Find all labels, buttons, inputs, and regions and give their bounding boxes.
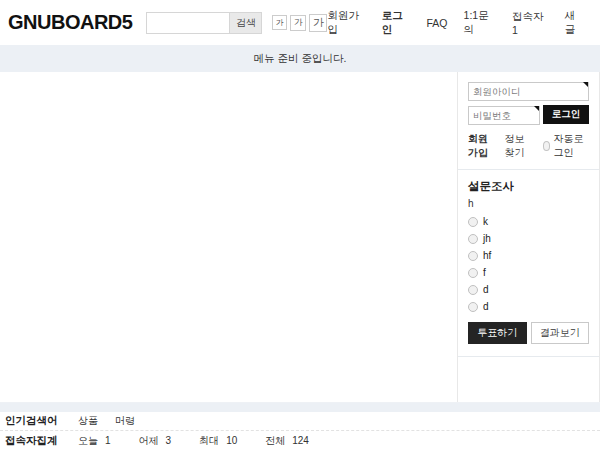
required-marker [534, 106, 539, 111]
radio-icon [468, 302, 478, 312]
poll-option[interactable]: jh [468, 233, 589, 244]
font-size-large-button[interactable]: 가 [309, 14, 327, 32]
radio-icon [468, 268, 478, 278]
member-id-input[interactable] [468, 82, 589, 101]
menu-placeholder-text: 메뉴 준비 중입니다. [254, 52, 347, 66]
radio-icon [468, 234, 478, 244]
top-nav: 회원가입 로그인 FAQ 1:1문의 접속자 1 새글 [327, 9, 592, 37]
visitor-stats: 오늘 1 어제 3 최대 10 전체 124 [78, 434, 337, 448]
auto-login-label: 자동로그인 [553, 132, 589, 160]
menu-bar: 메뉴 준비 중입니다. [0, 45, 600, 72]
font-resize-group: 가 가 가 [272, 14, 327, 32]
poll-option-label: hf [483, 250, 491, 261]
visitor-stats-row: 접속자집계 오늘 1 어제 3 최대 10 전체 124 [0, 431, 600, 450]
poll-option[interactable]: hf [468, 250, 589, 261]
poll-option-label: f [483, 267, 486, 278]
register-link[interactable]: 회원가입 [468, 132, 497, 160]
stat-yesterday: 어제 3 [139, 434, 172, 448]
poll-title: 설문조사 [468, 179, 589, 194]
nav-login[interactable]: 로그인 [382, 9, 411, 37]
header: GNUBOARD5 검색 가 가 가 회원가입 로그인 FAQ 1:1문의 접속… [0, 0, 600, 45]
nav-register[interactable]: 회원가입 [327, 9, 365, 37]
poll-option-label: d [483, 301, 489, 312]
main-empty-area [0, 72, 457, 402]
popular-keyword-link[interactable]: 상품 [78, 414, 98, 428]
nav-faq[interactable]: FAQ [427, 17, 448, 29]
nav-qna[interactable]: 1:1문의 [464, 9, 497, 37]
sidebar-divider [458, 356, 599, 357]
poll-result-button[interactable]: 결과보기 [531, 322, 590, 344]
popular-search-label: 인기검색어 [5, 414, 65, 428]
font-size-small-button[interactable]: 가 [272, 15, 287, 30]
site-logo[interactable]: GNUBOARD5 [8, 11, 132, 34]
find-info-link[interactable]: 정보찾기 [504, 132, 533, 160]
search-form: 검색 [146, 12, 262, 34]
required-marker [583, 82, 588, 87]
poll-question: h [468, 198, 589, 209]
visitor-stats-label: 접속자집계 [5, 434, 65, 448]
nav-new-posts[interactable]: 새글 [565, 9, 584, 37]
footer-gap-band [0, 403, 600, 412]
popular-keywords: 상품 머령 [78, 414, 135, 428]
radio-icon [468, 285, 478, 295]
nav-visitors[interactable]: 접속자 1 [512, 10, 549, 36]
poll-option[interactable]: d [468, 301, 589, 312]
search-input[interactable] [147, 13, 229, 33]
stat-total: 전체 124 [265, 434, 309, 448]
vote-button[interactable]: 투표하기 [468, 322, 527, 344]
poll-option[interactable]: f [468, 267, 589, 278]
sidebar: 로그인 회원가입 정보찾기 자동로그인 설문조사 h k jh [457, 72, 600, 402]
poll-option-label: d [483, 284, 489, 295]
content-area: 로그인 회원가입 정보찾기 자동로그인 설문조사 h k jh [0, 72, 600, 403]
radio-icon [468, 251, 478, 261]
auto-login-checkbox[interactable]: 자동로그인 [543, 132, 589, 160]
font-size-medium-button[interactable]: 가 [290, 15, 306, 31]
radio-icon [468, 217, 478, 227]
popular-search-row: 인기검색어 상품 머령 [0, 412, 600, 431]
search-button[interactable]: 검색 [229, 13, 261, 33]
poll-option-label: jh [483, 233, 491, 244]
poll-box: 설문조사 h k jh hf f d [468, 170, 589, 344]
stat-max: 최대 10 [199, 434, 237, 448]
poll-option[interactable]: d [468, 284, 589, 295]
login-box: 로그인 회원가입 정보찾기 자동로그인 [468, 81, 589, 160]
password-input[interactable] [468, 106, 540, 125]
popular-keyword-link[interactable]: 머령 [115, 414, 135, 428]
poll-option-label: k [483, 216, 488, 227]
poll-option[interactable]: k [468, 216, 589, 227]
checkbox-circle-icon [543, 141, 551, 151]
login-button[interactable]: 로그인 [543, 105, 589, 124]
stat-today: 오늘 1 [78, 434, 111, 448]
